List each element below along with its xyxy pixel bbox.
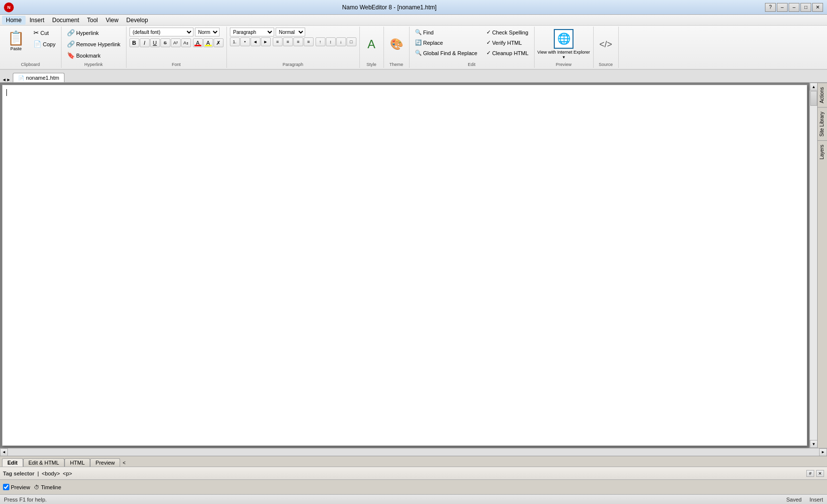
hyperlink-button[interactable]: 🔗 Hyperlink: [64, 28, 123, 38]
menu-insert[interactable]: Insert: [26, 16, 48, 25]
indent-more-button[interactable]: ►: [261, 37, 271, 46]
check-spelling-button[interactable]: ✓ Check Spelling: [484, 28, 531, 37]
justify-button[interactable]: ≡: [304, 37, 314, 46]
source-button[interactable]: </>: [597, 37, 615, 52]
menu-bar: Home Insert Document Tool View Develop: [0, 15, 827, 26]
scroll-down-btn[interactable]: ▼: [810, 440, 818, 448]
layers-tab[interactable]: Layers: [818, 140, 827, 163]
paragraph-size-select[interactable]: Normal: [276, 28, 305, 36]
editor-wrapper: ▲ ▼ Actions Site Library Layers: [0, 83, 827, 448]
source-group: </> Source: [594, 27, 619, 68]
maximize-btn[interactable]: □: [800, 3, 811, 12]
verify-html-button[interactable]: ✓ Verify HTML: [484, 38, 531, 47]
menu-home[interactable]: Home: [2, 16, 26, 25]
verify-icon: ✓: [486, 39, 491, 46]
menu-tool[interactable]: Tool: [83, 16, 102, 25]
tab-preview[interactable]: Preview: [90, 458, 120, 467]
highlight-button[interactable]: A: [203, 38, 213, 47]
body-tag[interactable]: <body>: [42, 471, 60, 476]
tag-selector-close[interactable]: ✕: [816, 470, 824, 477]
tab-scroll-arrow[interactable]: <: [120, 459, 128, 467]
tab-edit[interactable]: Edit: [2, 458, 23, 467]
cleanup-html-button[interactable]: ✓ Cleanup HTML: [484, 48, 531, 58]
style-icon: A: [368, 37, 376, 51]
strikethrough-button[interactable]: S: [160, 38, 170, 47]
scroll-left-btn[interactable]: ◄: [0, 448, 8, 456]
tag-selector-pin[interactable]: #: [806, 470, 814, 477]
remove-hyperlink-button[interactable]: 🔗 Remove Hyperlink: [64, 39, 123, 49]
scroll-up-btn[interactable]: ▲: [810, 83, 818, 91]
valign-bottom-button[interactable]: ↓: [336, 37, 346, 46]
text-cursor: [6, 89, 7, 96]
border-button[interactable]: □: [347, 37, 356, 46]
timeline-tab[interactable]: ⏱ Timeline: [34, 484, 61, 490]
scroll-track[interactable]: [810, 91, 817, 440]
global-find-replace-button[interactable]: 🔍 Global Find & Replace: [413, 48, 480, 58]
hyperlink-label: Hyperlink: [76, 30, 99, 36]
editor-canvas: [2, 85, 807, 446]
preview-check[interactable]: Preview: [3, 484, 30, 490]
actions-tab[interactable]: Actions: [818, 83, 827, 107]
view-ie-button[interactable]: 🌐 View with Internet Explorer ▾: [538, 29, 590, 60]
theme-button[interactable]: 🎨: [387, 36, 406, 53]
cut-button[interactable]: ✂ Cut: [31, 28, 58, 38]
underline-button[interactable]: U: [150, 38, 160, 47]
hyperlink-icon: 🔗: [67, 29, 75, 36]
find-icon: 🔍: [415, 29, 422, 35]
valign-top-button[interactable]: ↑: [316, 37, 325, 46]
bookmark-icon: 🔖: [67, 52, 75, 59]
app-icon: N: [4, 2, 14, 12]
font-group-label: Font: [172, 62, 181, 67]
tab-scroll-left[interactable]: ◄: [2, 77, 6, 82]
tab-edit-html[interactable]: Edit & HTML: [23, 458, 64, 467]
document-tab[interactable]: 📄 noname1.htm: [13, 73, 64, 82]
minimize-btn[interactable]: –: [777, 3, 788, 12]
paragraph-style-select[interactable]: Paragraph: [230, 28, 274, 36]
cut-label: Cut: [40, 30, 49, 36]
ordered-list-button[interactable]: 1.: [230, 37, 240, 46]
indent-less-button[interactable]: ◄: [251, 37, 260, 46]
doc-tabs: ◄ ► 📄 noname1.htm: [0, 70, 827, 83]
cleanup-html-label: Cleanup HTML: [492, 50, 529, 56]
italic-button[interactable]: I: [140, 38, 150, 47]
copy-button[interactable]: 📄 Copy: [31, 39, 58, 49]
clipboard-group: 📋 Paste ✂ Cut 📄 Copy Clipboard: [0, 27, 62, 68]
remove-hyperlink-label: Remove Hyperlink: [76, 41, 121, 47]
editor-content[interactable]: [2, 85, 807, 445]
font-size-select[interactable]: Normal: [195, 28, 220, 36]
source-group-label: Source: [599, 62, 613, 67]
subscript-button[interactable]: A₂: [181, 38, 191, 47]
minimize-window-btn[interactable]: –: [789, 3, 799, 12]
tab-scroll-right[interactable]: ►: [6, 77, 11, 82]
menu-develop[interactable]: Develop: [123, 16, 152, 25]
menu-view[interactable]: View: [102, 16, 123, 25]
valign-middle-button[interactable]: ↕: [326, 37, 336, 46]
menu-document[interactable]: Document: [48, 16, 83, 25]
font-name-select[interactable]: (default font): [129, 28, 193, 36]
bold-button[interactable]: B: [129, 38, 139, 47]
scroll-thumb[interactable]: [810, 91, 817, 106]
font-color-button[interactable]: A: [193, 38, 203, 47]
align-left-button[interactable]: ≡: [273, 37, 283, 46]
unordered-list-button[interactable]: •: [240, 37, 250, 46]
site-library-tab[interactable]: Site Library: [818, 107, 827, 141]
style-button[interactable]: A: [363, 35, 381, 53]
close-btn[interactable]: ✕: [812, 3, 823, 12]
align-center-button[interactable]: ≡: [283, 37, 293, 46]
content-area: ◄ ► 📄 noname1.htm ▲: [0, 70, 827, 504]
align-right-button[interactable]: ≡: [293, 37, 303, 46]
find-button[interactable]: 🔍 Find: [413, 28, 480, 37]
clear-format-button[interactable]: ✗: [214, 38, 223, 47]
p-tag[interactable]: <p>: [63, 471, 72, 476]
bookmark-button[interactable]: 🔖 Bookmark: [64, 50, 123, 61]
replace-button[interactable]: 🔄 Replace: [413, 38, 480, 47]
preview-checkbox[interactable]: [3, 484, 9, 490]
paste-button[interactable]: 📋 Paste: [3, 28, 29, 54]
help-btn[interactable]: ?: [765, 3, 776, 12]
view-ie-dropdown[interactable]: ▾: [563, 55, 565, 60]
superscript-button[interactable]: A²: [171, 38, 181, 47]
editor-section: ▲ ▼ Actions Site Library Layers ◄ ►: [0, 83, 827, 467]
scroll-right-btn[interactable]: ►: [819, 448, 827, 456]
tab-html[interactable]: HTML: [64, 458, 90, 467]
main-container: 📋 Paste ✂ Cut 📄 Copy Clipboard: [0, 26, 827, 504]
